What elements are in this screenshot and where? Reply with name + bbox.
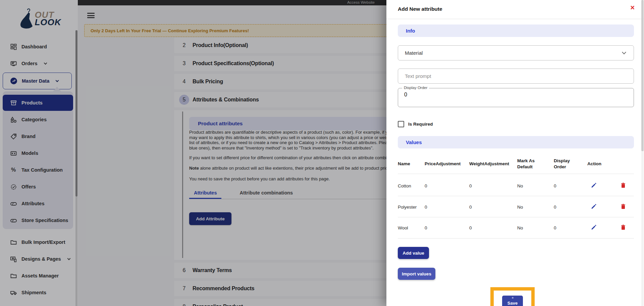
cell-display-order: 0 [554, 183, 573, 188]
table-divider [398, 196, 634, 196]
info-section-header: Info [398, 25, 634, 37]
cell-weight: 0 [469, 183, 472, 188]
save-button[interactable]: Save [502, 296, 523, 306]
cell-display-order: 0 [554, 205, 573, 210]
cell-name: Wool [398, 225, 408, 230]
cell-default: No [517, 183, 538, 188]
chevron-down-icon [622, 50, 626, 54]
table-row-wool: Wool 0 0 No 0 [398, 218, 634, 237]
attribute-select-value: Material [405, 50, 423, 56]
cell-default: No [517, 225, 538, 230]
import-values-button[interactable]: Import values [398, 268, 435, 280]
add-value-button[interactable]: Add value [398, 247, 429, 259]
save-highlight-box: Save [490, 287, 535, 306]
edit-pencil-icon[interactable] [591, 224, 597, 231]
delete-trash-icon[interactable] [621, 224, 626, 231]
table-row-cotton: Cotton 0 0 No 0 [398, 176, 634, 195]
col-action: Action [587, 161, 601, 167]
cell-default: No [517, 205, 538, 210]
cell-weight: 0 [469, 225, 472, 230]
drawer-title: Add New attribute [398, 6, 442, 12]
col-price-adjustment: PriceAdjustment [425, 161, 461, 167]
cell-price: 0 [425, 183, 427, 188]
save-focus-dot [512, 297, 514, 299]
close-icon[interactable]: × [630, 3, 635, 12]
table-divider [398, 217, 634, 217]
cell-price: 0 [425, 225, 427, 230]
cell-display-order: 0 [554, 225, 573, 230]
cell-price: 0 [425, 205, 427, 210]
col-weight-adjustment: WeightAdjustment [469, 161, 509, 167]
add-new-attribute-drawer: Add New attribute × Info Material Displa… [386, 0, 644, 306]
display-order-field[interactable]: Display Order [398, 88, 634, 107]
cell-name: Polyester [398, 205, 417, 210]
col-display-order: Display Order [554, 158, 573, 170]
col-name: Name [398, 161, 410, 167]
delete-trash-icon[interactable] [621, 204, 626, 210]
text-prompt-input[interactable] [398, 69, 634, 84]
checkbox-label: Is Required [408, 122, 433, 127]
table-divider [398, 238, 634, 238]
display-order-input[interactable] [404, 92, 505, 98]
values-table-header: Name PriceAdjustment WeightAdjustment Ma… [398, 156, 634, 172]
is-required-checkbox[interactable]: Is Required [398, 121, 433, 127]
cell-weight: 0 [469, 205, 472, 210]
values-section-header: Values [398, 136, 634, 148]
attribute-select[interactable]: Material [398, 45, 634, 60]
table-row-polyester: Polyester 0 0 No 0 [398, 198, 634, 216]
checkbox-box[interactable] [398, 121, 404, 127]
divider [386, 19, 644, 19]
delete-trash-icon[interactable] [621, 182, 626, 189]
edit-pencil-icon[interactable] [591, 182, 597, 189]
edit-pencil-icon[interactable] [591, 204, 597, 210]
col-mark-as-default: Mark As Default [517, 158, 538, 170]
drawer-scrollbar[interactable] [641, 0, 644, 306]
display-order-label: Display Order [402, 86, 429, 90]
scrollbar-thumb[interactable] [641, 0, 644, 151]
table-divider [398, 174, 634, 174]
cell-name: Cotton [398, 183, 411, 188]
